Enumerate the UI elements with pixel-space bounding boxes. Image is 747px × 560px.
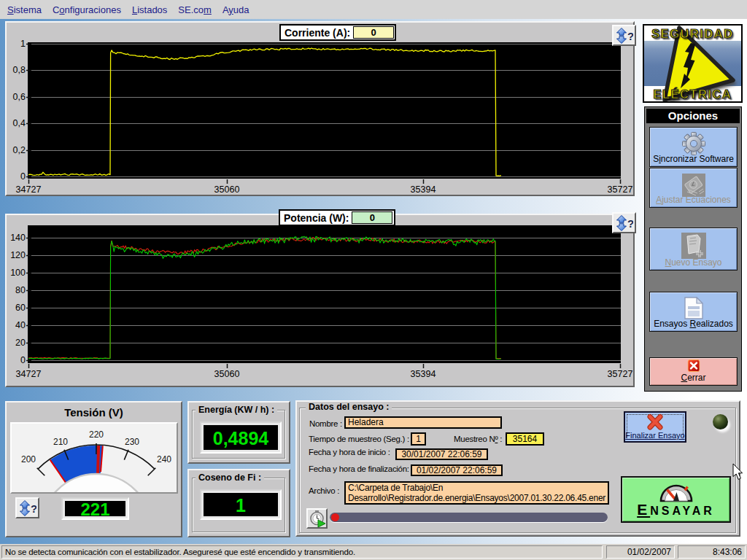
svg-text:35394: 35394 [411,184,436,195]
svg-text:35727: 35727 [608,369,633,379]
svg-text:0: 0 [20,171,26,182]
svg-text:80: 80 [15,285,26,295]
svg-text:0,8: 0,8 [13,65,26,75]
svg-text:210: 210 [53,437,68,447]
svg-text:?: ? [627,30,633,42]
svg-text:?: ? [627,217,633,230]
svg-text:34727: 34727 [16,184,42,195]
svg-text:120: 120 [10,250,26,260]
svg-text:100: 100 [10,268,26,278]
svg-text:230: 230 [125,437,139,447]
svg-text:35727: 35727 [608,184,633,195]
svg-text:?: ? [31,502,36,515]
svg-text:40: 40 [15,320,26,330]
svg-text:200: 200 [21,454,36,464]
svg-text:0,6: 0,6 [13,92,26,102]
svg-text:35060: 35060 [214,369,240,379]
svg-text:35060: 35060 [214,184,240,195]
svg-text:0,4: 0,4 [13,118,26,128]
svg-text:60: 60 [15,303,26,313]
svg-text:35394: 35394 [411,369,436,379]
svg-text:1: 1 [20,39,26,49]
svg-text:140: 140 [10,233,26,243]
svg-text:220: 220 [89,429,104,440]
svg-text:20: 20 [15,338,26,348]
svg-text:34727: 34727 [16,369,42,379]
svg-text:0: 0 [20,355,26,365]
svg-text:0,2: 0,2 [13,145,26,155]
svg-text:240: 240 [157,454,171,464]
